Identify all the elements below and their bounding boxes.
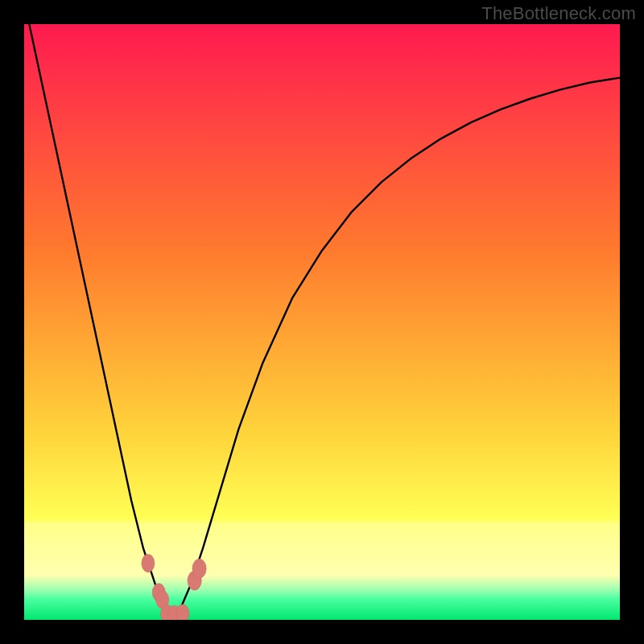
chart-svg [24,24,620,620]
left-upper-dot [142,555,155,572]
bottom-lobe-right [176,605,189,620]
watermark-text: TheBottleneck.com [481,3,636,24]
outer-frame: TheBottleneck.com [0,0,644,644]
right-cluster-2 [192,559,206,578]
gradient-background [24,24,620,620]
plot-area [24,24,620,620]
